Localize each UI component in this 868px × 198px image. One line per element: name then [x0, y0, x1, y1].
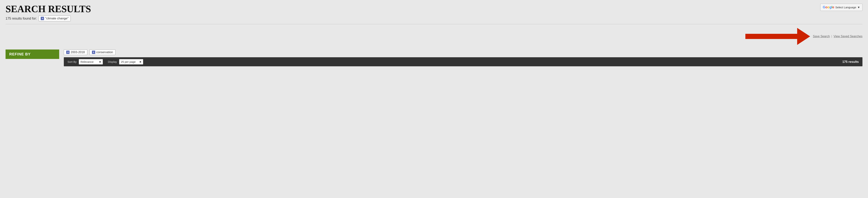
main-content: REFINE BY ✕ 2003-2018 ✕ conservation Sor…: [5, 50, 863, 66]
display-select[interactable]: 10 per page 25 per page 50 per page 100 …: [119, 59, 143, 64]
pipe-separator: |: [831, 35, 832, 38]
refine-by-header: REFINE BY: [5, 50, 59, 59]
dropdown-arrow-icon: ▼: [857, 6, 860, 9]
google-logo: Google: [823, 5, 834, 9]
display-label: Display: [108, 60, 117, 63]
page-wrapper: SEARCH RESULTS Google Select Language ▼ …: [0, 0, 868, 66]
remove-search-term-button[interactable]: ✕: [41, 17, 44, 20]
red-arrow-shaft: [745, 34, 797, 39]
save-search-row: Save Search | View Saved Searches: [5, 26, 863, 48]
results-count: 175 results found for:: [5, 16, 37, 21]
sort-by-select[interactable]: Relevance Date Title Author: [79, 59, 103, 64]
arrow-wrapper: [745, 28, 810, 45]
view-saved-searches-link[interactable]: View Saved Searches: [834, 35, 863, 38]
select-language-label: Select Language: [835, 6, 856, 9]
search-term-tag: ✕ "climate change": [39, 16, 70, 21]
results-found-row: 175 results found for: ✕ "climate change…: [5, 16, 863, 21]
header-top-row: SEARCH RESULTS Google Select Language ▼: [5, 4, 863, 14]
save-search-link[interactable]: Save Search: [813, 35, 830, 38]
filter-conservation-label: conservation: [96, 51, 113, 54]
header-divider: [5, 24, 863, 24]
header-section: SEARCH RESULTS Google Select Language ▼ …: [5, 4, 863, 50]
sort-by-label: Sort By: [67, 60, 76, 63]
filter-tag-conservation: ✕ conservation: [90, 50, 116, 55]
refine-sidebar: REFINE BY: [5, 50, 59, 66]
sort-bar: Sort By Relevance Date Title Author Disp…: [64, 57, 863, 66]
filter-date-label: 2003-2018: [71, 51, 85, 54]
save-search-links: Save Search | View Saved Searches: [813, 35, 863, 38]
search-term-text: "climate change": [45, 16, 68, 20]
red-arrow-head: [797, 28, 810, 45]
select-language-button[interactable]: Google Select Language ▼: [820, 4, 863, 11]
remove-conservation-filter-button[interactable]: ✕: [92, 51, 95, 54]
active-filters: ✕ 2003-2018 ✕ conservation: [64, 50, 863, 55]
results-area: ✕ 2003-2018 ✕ conservation Sort By Relev…: [59, 50, 863, 66]
results-count-bar: 175 results: [842, 60, 859, 64]
filter-tag-date: ✕ 2003-2018: [64, 50, 87, 55]
remove-date-filter-button[interactable]: ✕: [66, 51, 69, 54]
page-title: SEARCH RESULTS: [5, 4, 91, 14]
